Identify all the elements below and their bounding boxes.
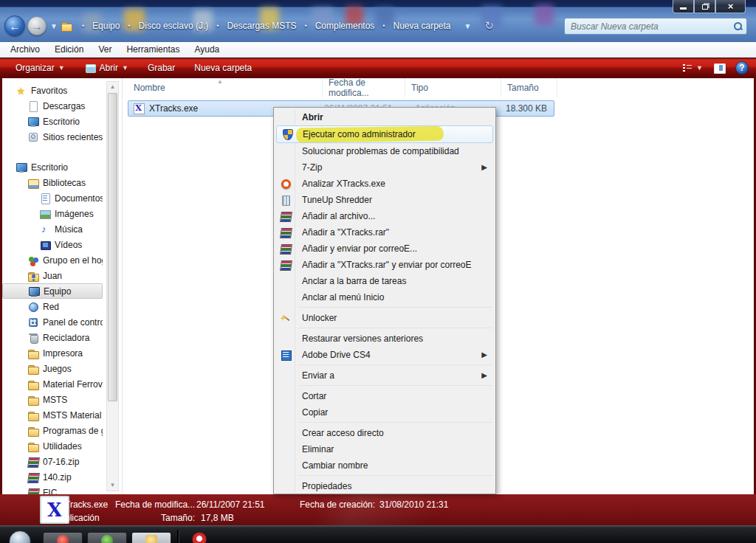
details-modified-value: 26/11/2007 21:51: [196, 499, 265, 510]
scroll-up-icon[interactable]: ▲: [107, 82, 118, 92]
column-label: Tamaño: [507, 83, 539, 93]
sidebar-item-utilidades[interactable]: Utilidades: [2, 438, 103, 454]
menu-archivo[interactable]: Archivo: [3, 43, 47, 56]
sidebar-item-07-16-zip[interactable]: 07-16.zip: [2, 454, 103, 469]
context-menu-item-anclar-a-la-barra-de-tareas[interactable]: Anclar a la barra de tareas: [275, 273, 494, 289]
search-box[interactable]: [564, 18, 747, 35]
views-button[interactable]: ▼: [681, 62, 703, 74]
menu-ver[interactable]: Ver: [91, 43, 119, 56]
abrir-button[interactable]: Abrir▼: [78, 60, 135, 76]
column-header-nombre[interactable]: Nombre▲: [128, 78, 323, 97]
context-menu-item-tuneup-shredder[interactable]: TuneUp Shredder: [275, 192, 494, 208]
sidebar-item-red[interactable]: Red: [2, 299, 103, 314]
sidebar-item-im-genes[interactable]: Imágenes: [2, 206, 103, 221]
search-input[interactable]: [569, 21, 734, 32]
organizar-button[interactable]: Organizar▼: [9, 60, 72, 75]
context-menu-item-abrir[interactable]: Abrir: [275, 109, 494, 125]
sidebar-item-bibliotecas[interactable]: Bibliotecas: [2, 175, 103, 190]
taskbar-button-active[interactable]: [131, 532, 171, 543]
sidebar-item-equipo[interactable]: Equipo: [2, 283, 103, 299]
sidebar-item-favoritos[interactable]: Favoritos: [2, 83, 103, 98]
context-menu-item-eliminar[interactable]: Eliminar: [275, 441, 494, 457]
sidebar-item-escritorio[interactable]: Escritorio: [2, 114, 103, 129]
sidebar-scrollbar[interactable]: ▲ ▼: [106, 81, 119, 491]
context-menu-item-a-adir-y-enviar-por-correoe[interactable]: Añadir y enviar por correoE...: [275, 241, 494, 257]
recent-pages-dropdown[interactable]: ▼: [50, 22, 58, 30]
grabar-button[interactable]: Grabar: [141, 60, 182, 75]
taskbar-button[interactable]: [87, 532, 127, 543]
menu-item-label: Añadir a "XTracks.rar" y enviar por corr…: [302, 260, 472, 270]
start-button[interactable]: [9, 530, 31, 543]
rar-icon: [280, 226, 292, 238]
refresh-icon[interactable]: ↻: [484, 19, 494, 32]
menu-edici-n[interactable]: Edición: [47, 43, 91, 56]
context-menu-item-adobe-drive-cs4[interactable]: Adobe Drive CS4▶: [275, 347, 494, 363]
context-menu-item-cambiar-nombre[interactable]: Cambiar nombre: [275, 457, 494, 474]
menu-item-label: Añadir al archivo...: [302, 211, 375, 221]
context-menu-item-unlocker[interactable]: Unlocker: [275, 310, 494, 326]
breadcrumb-item-equipo[interactable]: Equipo: [89, 19, 123, 32]
sidebar-item-m-sica[interactable]: Música: [2, 221, 103, 237]
sidebar-item-documentos[interactable]: Documentos: [2, 190, 103, 206]
minimize-button[interactable]: [673, 0, 694, 13]
sidebar-item-descargas[interactable]: Descargas: [2, 98, 103, 114]
context-menu-item-copiar[interactable]: Copiar: [275, 404, 494, 421]
scroll-down-icon[interactable]: ▼: [107, 480, 118, 491]
breadcrumb-dropdown-icon[interactable]: ▼: [464, 22, 472, 30]
context-menu-item-propiedades[interactable]: Propiedades: [275, 478, 494, 494]
column-header-fecha-de-modifica[interactable]: Fecha de modifica...: [323, 78, 405, 97]
column-header-tama-o[interactable]: Tamaño: [501, 78, 557, 97]
context-menu-item-cortar[interactable]: Cortar: [275, 388, 494, 404]
sidebar-item-label: Documentos: [55, 193, 103, 204]
sidebar-item-juan[interactable]: Juan: [2, 268, 103, 283]
forward-button[interactable]: →: [27, 16, 47, 35]
folder-icon: [27, 409, 39, 421]
breadcrumb-item-nueva-carpeta[interactable]: Nueva carpeta: [390, 19, 453, 32]
context-menu-item-a-adir-a-xtracks-rar[interactable]: Añadir a "XTracks.rar": [275, 224, 494, 241]
menu-ayuda[interactable]: Ayuda: [187, 43, 227, 56]
context-menu-item-a-adir-a-xtracks-rar-y-enviar-por-correoe[interactable]: Añadir a "XTracks.rar" y enviar por corr…: [275, 257, 494, 273]
context-menu-item-crear-acceso-directo[interactable]: Crear acceso directo: [275, 425, 494, 441]
sidebar-item-label: Sitios recientes: [43, 132, 103, 142]
context-menu-item-anclar-al-men-inicio[interactable]: Anclar al menú Inicio: [275, 289, 494, 305]
sidebar-item-impresora[interactable]: Impresora: [2, 345, 103, 361]
context-menu-item-7-zip[interactable]: 7-Zip▶: [275, 159, 494, 176]
sidebar-item-sitios-recientes[interactable]: Sitios recientes: [2, 129, 103, 145]
sidebar-item-juegos[interactable]: Juegos: [2, 361, 103, 376]
back-button[interactable]: ←: [4, 15, 25, 36]
restore-button[interactable]: [694, 0, 715, 13]
nueva-carpeta-button[interactable]: Nueva carpeta: [188, 60, 258, 75]
sidebar-item-fic[interactable]: FIC: [2, 485, 103, 494]
context-menu-item-a-adir-al-archivo[interactable]: Añadir al archivo...: [275, 208, 494, 224]
breadcrumb-item-disco-esclavo-j[interactable]: Disco esclavo (J:): [136, 19, 212, 32]
close-button[interactable]: ×: [715, 0, 746, 13]
taskbar-icon[interactable]: [192, 532, 207, 543]
sidebar-item-v-deos[interactable]: Vídeos: [2, 237, 103, 252]
sidebar-item-msts[interactable]: MSTS: [2, 392, 103, 407]
context-menu-item-enviar-a[interactable]: Enviar a▶: [275, 367, 494, 384]
context-menu-item-solucionar-problemas-de-compatibilidad[interactable]: Solucionar problemas de compatibilidad: [275, 143, 494, 159]
sidebar-item-label: Impresora: [43, 348, 83, 359]
column-header-tipo[interactable]: Tipo: [405, 78, 501, 97]
sidebar-item-label: Descargas: [43, 101, 85, 111]
breadcrumb-item-complementos[interactable]: Complementos: [312, 19, 378, 32]
sidebar-item-panel-de-control[interactable]: Panel de control: [2, 314, 103, 330]
sidebar-item-programas-de-gra[interactable]: Programas de gra: [2, 423, 103, 438]
sidebar-item-escritorio[interactable]: Escritorio: [2, 159, 103, 175]
scrollbar-thumb[interactable]: [108, 93, 117, 401]
menu-herramientas[interactable]: Herramientas: [119, 43, 187, 56]
context-menu-item-restaurar-versiones-anteriores[interactable]: Restaurar versiones anteriores: [275, 331, 494, 347]
help-button[interactable]: ?: [735, 61, 749, 75]
sidebar-item-grupo-en-el-hoga[interactable]: Grupo en el hoga: [2, 252, 103, 268]
sidebar-item-recicladora[interactable]: Recicladora: [2, 330, 103, 345]
breadcrumb-item-descargas-msts[interactable]: Descargas MSTS: [224, 19, 299, 32]
sidebar-item-msts-material-fe[interactable]: MSTS Material Fe: [2, 407, 103, 423]
details-file-type: Aplicación: [59, 513, 100, 523]
taskbar-button[interactable]: [43, 532, 83, 543]
sidebar-item-140-zip[interactable]: 140.zip: [2, 469, 103, 485]
menu-separator: [298, 364, 492, 365]
preview-pane-button[interactable]: [713, 62, 725, 74]
context-menu-item-analizar-xtracks-exe[interactable]: Analizar XTracks.exe: [275, 176, 494, 192]
sidebar-item-material-ferrovia[interactable]: Material Ferrovia: [2, 376, 103, 392]
context-menu-item-ejecutar-como-administrador[interactable]: Ejecutar como administrador: [276, 125, 493, 143]
